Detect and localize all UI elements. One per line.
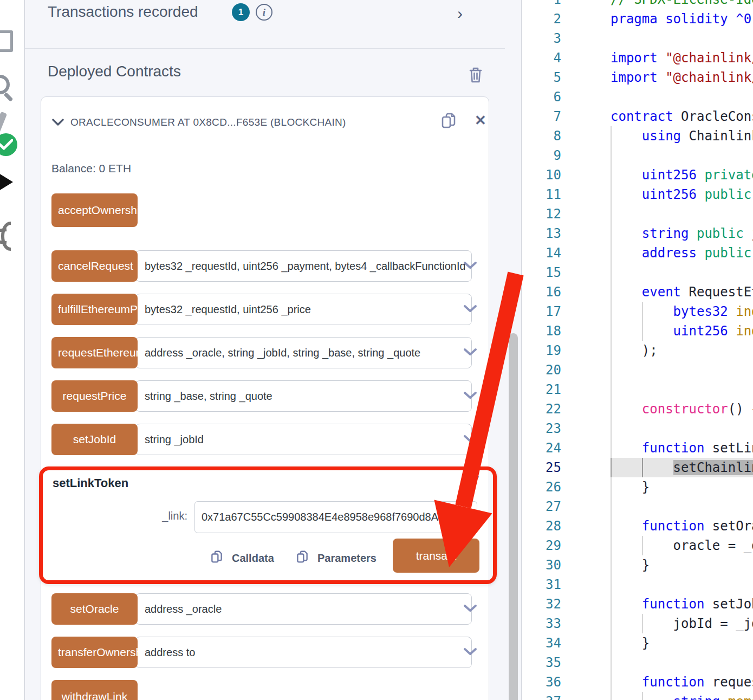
chevron-down-icon[interactable]	[463, 304, 477, 313]
line-number: 11	[522, 185, 582, 204]
panel-scrollbar-thumb[interactable]	[509, 333, 518, 700]
code-line-2: 2pragma solidity ^0.8.7;	[522, 9, 753, 29]
param-link-label: _link:	[155, 510, 187, 522]
function-setOracle-args-input[interactable]	[135, 593, 472, 625]
chevron-down-icon[interactable]	[463, 435, 477, 443]
code-line-17: 17 bytes32 indexed requestId,	[522, 302, 753, 321]
line-number: 7	[522, 107, 582, 126]
line-number: 16	[522, 282, 582, 302]
close-icon[interactable]: ✕	[475, 113, 486, 127]
chevron-down-icon[interactable]	[463, 647, 477, 656]
function-requestEthereumPrice-button[interactable]: requestEthereumPrice	[51, 337, 138, 368]
calldata-button[interactable]: Calldata	[232, 552, 274, 565]
code-line-30: 30 }	[522, 555, 753, 575]
line-number: 12	[522, 204, 582, 224]
function-transferOwnership-args-input[interactable]	[135, 637, 472, 668]
function-row-cancelRequest: cancelRequest	[51, 250, 479, 282]
file-explorer-icon[interactable]	[0, 30, 13, 52]
contract-balance: Balance: 0 ETH	[51, 162, 131, 175]
contract-title: ORACLECONSUMER AT 0X8CD...F653E (BLOCKCH…	[70, 116, 417, 128]
function-cancelRequest-button[interactable]: cancelRequest	[51, 250, 138, 282]
line-number: 10	[522, 165, 582, 185]
line-number: 4	[522, 48, 582, 68]
chevron-down-icon[interactable]	[463, 261, 477, 270]
function-transferOwnership-button[interactable]: transferOwnership	[51, 637, 138, 668]
function-requestPrice-args-input[interactable]	[135, 380, 472, 412]
expanded-function-setlinktoken: setLinkToken _link: Calldata Parameters …	[41, 468, 490, 584]
line-number: 1	[522, 0, 582, 9]
function-acceptOwnership-button[interactable]: acceptOwnership	[51, 193, 138, 227]
code-line-10: 10 uint256 private constant ORACLE_PAYME…	[522, 165, 753, 185]
code-line-31: 31	[522, 575, 753, 594]
line-number: 3	[522, 29, 582, 48]
code-line-15: 15	[522, 263, 753, 282]
chevron-down-icon[interactable]	[463, 348, 477, 357]
function-requestPrice-button[interactable]: requestPrice	[51, 380, 138, 412]
code-line-35: 35	[522, 653, 753, 672]
line-number: 27	[522, 497, 582, 516]
transactions-recorded-title: Transactions recorded	[48, 3, 198, 21]
function-setOracle-button[interactable]: setOracle	[51, 593, 138, 625]
search-icon-handle	[4, 92, 14, 102]
line-number: 21	[522, 380, 582, 399]
function-setJobId-button[interactable]: setJobId	[51, 424, 138, 455]
function-row-transferOwnership: transferOwnership	[51, 637, 479, 668]
line-number: 33	[522, 614, 582, 633]
code-line-24: 24 function setLinkToken(address _link) …	[522, 438, 753, 458]
chevron-down-icon[interactable]	[463, 604, 477, 613]
line-number: 2	[522, 9, 582, 29]
line-number: 37	[522, 692, 582, 700]
line-number: 26	[522, 477, 582, 497]
line-number: 31	[522, 575, 582, 594]
function-cancelRequest-args-input[interactable]	[135, 250, 472, 282]
code-line-5: 5import "@chainlink/contracts/src/v0.8/C…	[522, 68, 753, 87]
copy-calldata-icon[interactable]	[211, 550, 223, 564]
line-number: 36	[522, 672, 582, 692]
copy-parameters-icon[interactable]	[296, 550, 308, 564]
plugin-manager-icon[interactable]	[0, 221, 13, 251]
info-icon[interactable]: i	[256, 4, 272, 21]
code-line-7: 7contract OracleConsumer is ChainlinkCli…	[522, 107, 753, 126]
function-fulfillEthereumPrice-button[interactable]: fulfillEthereumPrice	[51, 294, 138, 325]
code-line-29: 29 oracle = _oracle;	[522, 536, 753, 555]
code-line-23: 23	[522, 419, 753, 438]
function-withdrawLink-button[interactable]: withdrawLink	[51, 680, 138, 700]
function-setJobId-args-input[interactable]	[135, 424, 472, 455]
code-line-20: 20	[522, 360, 753, 380]
chevron-right-icon[interactable]: ›	[457, 4, 463, 23]
code-line-27: 27	[522, 497, 753, 516]
function-row-requestEthereumPrice: requestEthereumPrice	[51, 337, 479, 368]
line-number: 9	[522, 146, 582, 165]
code-line-34: 34 }	[522, 633, 753, 653]
deploy-and-run-icon[interactable]	[0, 170, 13, 194]
line-number: 28	[522, 516, 582, 536]
chevron-up-icon[interactable]	[465, 470, 479, 478]
line-number: 18	[522, 321, 582, 341]
transact-button[interactable]: transact	[393, 539, 479, 573]
deployed-contract-card: ORACLECONSUMER AT 0X8CD...F653E (BLOCKCH…	[41, 96, 489, 700]
transactions-recorded-header[interactable]: Transactions recorded 1 i ›	[25, 0, 505, 49]
chevron-down-icon[interactable]	[52, 119, 64, 126]
chevron-down-icon[interactable]	[463, 391, 477, 400]
function-requestEthereumPrice-args-input[interactable]	[135, 337, 472, 368]
code-editor[interactable]: 1// SPDX-License-Identifier: MIT2pragma …	[521, 0, 753, 700]
function-fulfillEthereumPrice-args-input[interactable]	[135, 294, 472, 325]
deployed-contracts-title: Deployed Contracts	[48, 63, 181, 80]
param-link-input[interactable]	[194, 501, 477, 533]
remix-ide-window: Transactions recorded 1 i › Deployed Con…	[0, 0, 753, 700]
function-row-acceptOwnership: acceptOwnership	[51, 193, 479, 227]
code-line-19: 19 );	[522, 341, 753, 360]
code-lines: 1// SPDX-License-Identifier: MIT2pragma …	[522, 0, 753, 700]
parameters-button[interactable]: Parameters	[317, 552, 377, 565]
trash-icon[interactable]	[468, 66, 483, 83]
code-line-22: 22 constructor() {	[522, 399, 753, 419]
line-number: 22	[522, 399, 582, 419]
copy-address-icon[interactable]	[441, 112, 456, 129]
code-line-13: 13 string public jobId;	[522, 224, 753, 243]
code-line-1: 1// SPDX-License-Identifier: MIT	[522, 0, 753, 9]
contract-card-header[interactable]: ORACLECONSUMER AT 0X8CD...F653E (BLOCKCH…	[41, 112, 489, 134]
line-number: 25	[522, 458, 582, 477]
search-icon[interactable]	[0, 75, 10, 94]
code-line-6: 6	[522, 87, 753, 107]
function-row-setJobId: setJobId	[51, 424, 479, 455]
